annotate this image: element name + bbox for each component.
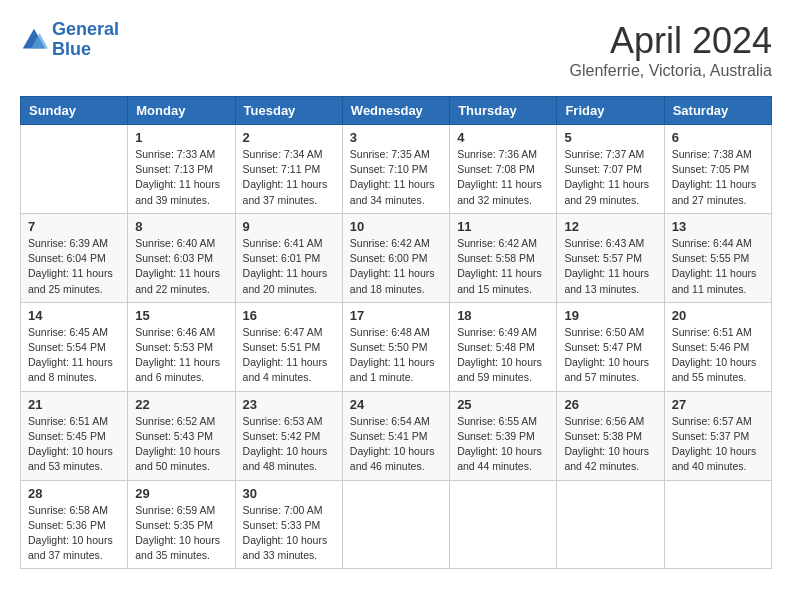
daylight-text: Daylight: 11 hours and 15 minutes. xyxy=(457,266,549,296)
daylight-text: Daylight: 11 hours and 25 minutes. xyxy=(28,266,120,296)
day-info: Sunrise: 7:37 AM Sunset: 7:07 PM Dayligh… xyxy=(564,147,656,208)
day-info: Sunrise: 6:51 AM Sunset: 5:45 PM Dayligh… xyxy=(28,414,120,475)
sunrise-text: Sunrise: 7:35 AM xyxy=(350,147,442,162)
sunset-text: Sunset: 7:10 PM xyxy=(350,162,442,177)
sunset-text: Sunset: 5:43 PM xyxy=(135,429,227,444)
sunrise-text: Sunrise: 6:59 AM xyxy=(135,503,227,518)
day-number: 15 xyxy=(135,308,227,323)
day-number: 22 xyxy=(135,397,227,412)
sunset-text: Sunset: 5:53 PM xyxy=(135,340,227,355)
sunset-text: Sunset: 5:46 PM xyxy=(672,340,764,355)
logo-icon xyxy=(20,26,48,54)
calendar-cell: 6 Sunrise: 7:38 AM Sunset: 7:05 PM Dayli… xyxy=(664,125,771,214)
day-number: 23 xyxy=(243,397,335,412)
sunrise-text: Sunrise: 6:46 AM xyxy=(135,325,227,340)
day-number: 19 xyxy=(564,308,656,323)
sunrise-text: Sunrise: 7:36 AM xyxy=(457,147,549,162)
calendar-cell: 1 Sunrise: 7:33 AM Sunset: 7:13 PM Dayli… xyxy=(128,125,235,214)
sunset-text: Sunset: 5:33 PM xyxy=(243,518,335,533)
sunset-text: Sunset: 6:01 PM xyxy=(243,251,335,266)
day-number: 10 xyxy=(350,219,442,234)
daylight-text: Daylight: 11 hours and 1 minute. xyxy=(350,355,442,385)
sunset-text: Sunset: 5:58 PM xyxy=(457,251,549,266)
calendar-cell: 21 Sunrise: 6:51 AM Sunset: 5:45 PM Dayl… xyxy=(21,391,128,480)
day-number: 18 xyxy=(457,308,549,323)
sunrise-text: Sunrise: 7:00 AM xyxy=(243,503,335,518)
daylight-text: Daylight: 11 hours and 29 minutes. xyxy=(564,177,656,207)
calendar-cell: 2 Sunrise: 7:34 AM Sunset: 7:11 PM Dayli… xyxy=(235,125,342,214)
day-info: Sunrise: 6:53 AM Sunset: 5:42 PM Dayligh… xyxy=(243,414,335,475)
sunrise-text: Sunrise: 6:40 AM xyxy=(135,236,227,251)
sunset-text: Sunset: 7:07 PM xyxy=(564,162,656,177)
calendar-header-friday: Friday xyxy=(557,97,664,125)
sunrise-text: Sunrise: 6:48 AM xyxy=(350,325,442,340)
calendar-week-row: 21 Sunrise: 6:51 AM Sunset: 5:45 PM Dayl… xyxy=(21,391,772,480)
day-number: 2 xyxy=(243,130,335,145)
day-info: Sunrise: 6:55 AM Sunset: 5:39 PM Dayligh… xyxy=(457,414,549,475)
sunset-text: Sunset: 7:05 PM xyxy=(672,162,764,177)
sunset-text: Sunset: 5:47 PM xyxy=(564,340,656,355)
day-info: Sunrise: 7:36 AM Sunset: 7:08 PM Dayligh… xyxy=(457,147,549,208)
calendar-cell: 29 Sunrise: 6:59 AM Sunset: 5:35 PM Dayl… xyxy=(128,480,235,569)
day-info: Sunrise: 7:35 AM Sunset: 7:10 PM Dayligh… xyxy=(350,147,442,208)
day-info: Sunrise: 6:42 AM Sunset: 5:58 PM Dayligh… xyxy=(457,236,549,297)
page: General Blue April 2024 Glenferrie, Vict… xyxy=(0,0,792,589)
sunset-text: Sunset: 5:54 PM xyxy=(28,340,120,355)
daylight-text: Daylight: 10 hours and 55 minutes. xyxy=(672,355,764,385)
sunrise-text: Sunrise: 6:52 AM xyxy=(135,414,227,429)
day-number: 9 xyxy=(243,219,335,234)
calendar-week-row: 14 Sunrise: 6:45 AM Sunset: 5:54 PM Dayl… xyxy=(21,302,772,391)
day-number: 30 xyxy=(243,486,335,501)
location-subtitle: Glenferrie, Victoria, Australia xyxy=(570,62,772,80)
calendar-week-row: 28 Sunrise: 6:58 AM Sunset: 5:36 PM Dayl… xyxy=(21,480,772,569)
daylight-text: Daylight: 11 hours and 13 minutes. xyxy=(564,266,656,296)
daylight-text: Daylight: 10 hours and 59 minutes. xyxy=(457,355,549,385)
day-number: 11 xyxy=(457,219,549,234)
calendar-header-sunday: Sunday xyxy=(21,97,128,125)
sunset-text: Sunset: 6:00 PM xyxy=(350,251,442,266)
day-info: Sunrise: 7:33 AM Sunset: 7:13 PM Dayligh… xyxy=(135,147,227,208)
calendar-cell: 3 Sunrise: 7:35 AM Sunset: 7:10 PM Dayli… xyxy=(342,125,449,214)
calendar-cell: 15 Sunrise: 6:46 AM Sunset: 5:53 PM Dayl… xyxy=(128,302,235,391)
sunrise-text: Sunrise: 6:47 AM xyxy=(243,325,335,340)
sunrise-text: Sunrise: 6:54 AM xyxy=(350,414,442,429)
day-info: Sunrise: 6:41 AM Sunset: 6:01 PM Dayligh… xyxy=(243,236,335,297)
sunrise-text: Sunrise: 6:55 AM xyxy=(457,414,549,429)
calendar-cell: 12 Sunrise: 6:43 AM Sunset: 5:57 PM Dayl… xyxy=(557,213,664,302)
sunset-text: Sunset: 6:03 PM xyxy=(135,251,227,266)
day-info: Sunrise: 6:45 AM Sunset: 5:54 PM Dayligh… xyxy=(28,325,120,386)
daylight-text: Daylight: 10 hours and 50 minutes. xyxy=(135,444,227,474)
logo-text: General Blue xyxy=(52,20,119,60)
day-info: Sunrise: 6:59 AM Sunset: 5:35 PM Dayligh… xyxy=(135,503,227,564)
day-info: Sunrise: 7:38 AM Sunset: 7:05 PM Dayligh… xyxy=(672,147,764,208)
calendar-table: SundayMondayTuesdayWednesdayThursdayFrid… xyxy=(20,96,772,569)
calendar-cell: 22 Sunrise: 6:52 AM Sunset: 5:43 PM Dayl… xyxy=(128,391,235,480)
day-info: Sunrise: 6:49 AM Sunset: 5:48 PM Dayligh… xyxy=(457,325,549,386)
logo: General Blue xyxy=(20,20,119,60)
daylight-text: Daylight: 11 hours and 34 minutes. xyxy=(350,177,442,207)
sunrise-text: Sunrise: 6:56 AM xyxy=(564,414,656,429)
sunrise-text: Sunrise: 6:42 AM xyxy=(457,236,549,251)
calendar-cell: 30 Sunrise: 7:00 AM Sunset: 5:33 PM Dayl… xyxy=(235,480,342,569)
day-info: Sunrise: 6:54 AM Sunset: 5:41 PM Dayligh… xyxy=(350,414,442,475)
daylight-text: Daylight: 10 hours and 57 minutes. xyxy=(564,355,656,385)
day-info: Sunrise: 6:43 AM Sunset: 5:57 PM Dayligh… xyxy=(564,236,656,297)
calendar-cell: 19 Sunrise: 6:50 AM Sunset: 5:47 PM Dayl… xyxy=(557,302,664,391)
daylight-text: Daylight: 10 hours and 35 minutes. xyxy=(135,533,227,563)
daylight-text: Daylight: 11 hours and 11 minutes. xyxy=(672,266,764,296)
daylight-text: Daylight: 10 hours and 48 minutes. xyxy=(243,444,335,474)
sunset-text: Sunset: 5:38 PM xyxy=(564,429,656,444)
calendar-header-row: SundayMondayTuesdayWednesdayThursdayFrid… xyxy=(21,97,772,125)
calendar-cell: 27 Sunrise: 6:57 AM Sunset: 5:37 PM Dayl… xyxy=(664,391,771,480)
sunrise-text: Sunrise: 6:43 AM xyxy=(564,236,656,251)
day-info: Sunrise: 6:42 AM Sunset: 6:00 PM Dayligh… xyxy=(350,236,442,297)
day-number: 20 xyxy=(672,308,764,323)
calendar-cell: 5 Sunrise: 7:37 AM Sunset: 7:07 PM Dayli… xyxy=(557,125,664,214)
calendar-header-wednesday: Wednesday xyxy=(342,97,449,125)
daylight-text: Daylight: 11 hours and 4 minutes. xyxy=(243,355,335,385)
calendar-cell: 25 Sunrise: 6:55 AM Sunset: 5:39 PM Dayl… xyxy=(450,391,557,480)
day-info: Sunrise: 6:57 AM Sunset: 5:37 PM Dayligh… xyxy=(672,414,764,475)
sunset-text: Sunset: 5:42 PM xyxy=(243,429,335,444)
title-area: April 2024 Glenferrie, Victoria, Austral… xyxy=(570,20,772,80)
day-number: 27 xyxy=(672,397,764,412)
